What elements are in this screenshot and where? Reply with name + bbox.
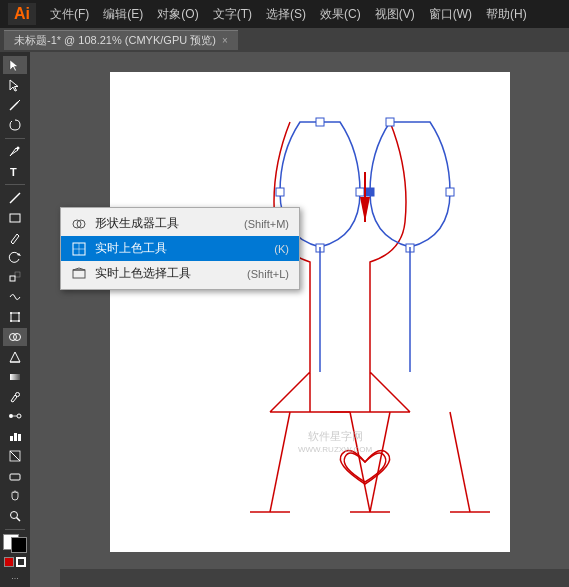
fill-stroke-none	[4, 557, 26, 567]
eyedropper-tool[interactable]	[3, 388, 27, 406]
eraser-tool[interactable]	[3, 467, 27, 485]
live-paint-shortcut: (K)	[274, 243, 289, 255]
menu-file[interactable]: 文件(F)	[44, 4, 95, 25]
svg-text:软件星字网: 软件星字网	[308, 430, 363, 442]
svg-point-13	[18, 312, 20, 314]
svg-marker-0	[10, 60, 18, 71]
blend-tool[interactable]	[3, 408, 27, 426]
svg-line-2	[10, 102, 18, 110]
background-color[interactable]	[11, 537, 27, 553]
svg-point-15	[18, 320, 20, 322]
warp-tool[interactable]	[3, 288, 27, 306]
context-menu-live-paint[interactable]: 实时上色工具 (K)	[61, 236, 299, 261]
gradient-tool[interactable]	[3, 368, 27, 386]
fill-color[interactable]	[4, 557, 14, 567]
svg-rect-27	[18, 434, 21, 441]
svg-marker-18	[10, 352, 20, 362]
column-graph-tool[interactable]	[3, 427, 27, 445]
separator-2	[5, 184, 25, 185]
separator-3	[5, 529, 25, 530]
direct-selection-tool[interactable]	[3, 76, 27, 94]
hand-tool[interactable]	[3, 487, 27, 505]
pen-tool[interactable]	[3, 142, 27, 160]
svg-rect-11	[11, 313, 19, 321]
svg-point-14	[10, 320, 12, 322]
svg-rect-34	[276, 188, 284, 196]
svg-line-3	[18, 100, 20, 102]
color-swatches[interactable]	[3, 534, 27, 554]
svg-point-31	[11, 511, 18, 518]
svg-rect-37	[386, 118, 394, 126]
menu-view[interactable]: 视图(V)	[369, 4, 421, 25]
svg-point-4	[17, 147, 20, 150]
svg-rect-40	[446, 188, 454, 196]
live-paint-select-shortcut: (Shift+L)	[247, 268, 289, 280]
stroke-color[interactable]	[16, 557, 26, 567]
zoom-tool[interactable]	[3, 507, 27, 525]
menu-edit[interactable]: 编辑(E)	[97, 4, 149, 25]
svg-marker-58	[73, 268, 85, 270]
tab-label: 未标题-1* @ 108.21% (CMYK/GPU 预览)	[14, 33, 216, 48]
svg-rect-57	[73, 270, 85, 278]
title-bar: Ai 文件(F) 编辑(E) 对象(O) 文字(T) 选择(S) 效果(C) 视…	[0, 0, 569, 28]
svg-line-45	[270, 412, 290, 512]
svg-line-47	[370, 412, 390, 512]
context-menu-live-paint-select[interactable]: 实时上色选择工具 (Shift+L)	[61, 261, 299, 286]
menu-select[interactable]: 选择(S)	[260, 4, 312, 25]
artboard: 软件星字网 WWW.RUZXW.COM	[110, 72, 510, 552]
left-toolbar: T	[0, 52, 30, 587]
magic-wand-tool[interactable]	[3, 96, 27, 114]
selection-tool[interactable]	[3, 56, 27, 74]
shape-builder-shortcut: (Shift+M)	[244, 218, 289, 230]
shape-builder-tool[interactable]	[3, 328, 27, 346]
app-logo: Ai	[8, 3, 36, 25]
svg-point-23	[17, 414, 21, 418]
svg-line-6	[10, 193, 20, 203]
live-paint-select-label: 实时上色选择工具	[95, 265, 239, 282]
svg-rect-26	[14, 433, 17, 441]
more-tools-button[interactable]: ···	[11, 573, 19, 583]
scale-tool[interactable]	[3, 268, 27, 286]
lasso-tool[interactable]	[3, 116, 27, 134]
svg-rect-36	[356, 188, 364, 196]
slice-tool[interactable]	[3, 447, 27, 465]
tab-close-button[interactable]: ×	[222, 35, 228, 46]
separator-1	[5, 138, 25, 139]
free-transform-tool[interactable]	[3, 308, 27, 326]
menu-type[interactable]: 文字(T)	[207, 4, 258, 25]
perspective-grid-tool[interactable]	[3, 348, 27, 366]
live-paint-select-menu-icon	[71, 266, 87, 282]
svg-rect-7	[10, 214, 20, 222]
rect-tool[interactable]	[3, 209, 27, 227]
svg-line-32	[17, 517, 21, 521]
pencil-tool[interactable]	[3, 229, 27, 247]
svg-line-48	[450, 412, 470, 512]
svg-rect-33	[316, 118, 324, 126]
svg-line-28	[10, 451, 20, 461]
svg-rect-30	[10, 474, 20, 480]
svg-point-12	[10, 312, 12, 314]
context-menu: 形状生成器工具 (Shift+M) 实时上色工具 (K) 实时上色选择工具 (S…	[60, 207, 300, 290]
rotate-tool[interactable]	[3, 249, 27, 267]
svg-rect-20	[10, 374, 20, 380]
menu-effect[interactable]: 效果(C)	[314, 4, 367, 25]
line-tool[interactable]	[3, 189, 27, 207]
svg-point-22	[9, 414, 13, 418]
main-layout: T	[0, 52, 569, 587]
svg-line-46	[350, 412, 370, 512]
svg-text:T: T	[10, 166, 17, 178]
svg-text:WWW.RUZXW.COM: WWW.RUZXW.COM	[298, 445, 373, 454]
svg-rect-25	[10, 436, 13, 441]
type-tool[interactable]: T	[3, 162, 27, 180]
document-tab[interactable]: 未标题-1* @ 108.21% (CMYK/GPU 预览) ×	[4, 30, 238, 50]
canvas-drawing: 软件星字网 WWW.RUZXW.COM	[190, 92, 569, 572]
menu-window[interactable]: 窗口(W)	[423, 4, 478, 25]
menu-help[interactable]: 帮助(H)	[480, 4, 533, 25]
tab-bar: 未标题-1* @ 108.21% (CMYK/GPU 预览) ×	[0, 28, 569, 52]
svg-rect-9	[10, 276, 15, 281]
svg-rect-10	[15, 272, 20, 277]
svg-marker-1	[10, 80, 18, 91]
status-bar	[60, 569, 569, 587]
context-menu-shape-builder[interactable]: 形状生成器工具 (Shift+M)	[61, 211, 299, 236]
menu-object[interactable]: 对象(O)	[151, 4, 204, 25]
